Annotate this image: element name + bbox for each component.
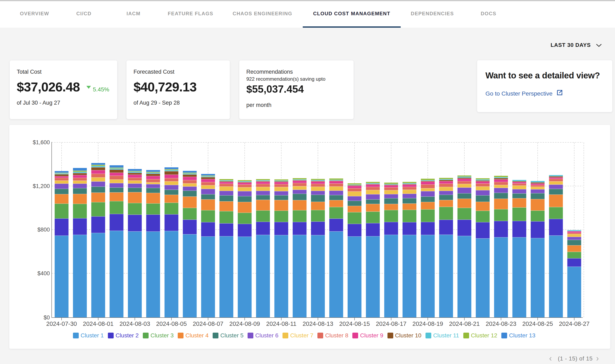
svg-text:2024-08-21: 2024-08-21 — [449, 320, 480, 327]
svg-text:2024-08-11: 2024-08-11 — [266, 320, 296, 327]
svg-text:$1,200: $1,200 — [33, 183, 50, 189]
svg-text:2024-08-17: 2024-08-17 — [376, 320, 406, 327]
svg-text:$1,600: $1,600 — [33, 139, 50, 145]
svg-text:2024-08-23: 2024-08-23 — [486, 320, 516, 327]
svg-text:2024-08-09: 2024-08-09 — [229, 320, 260, 327]
svg-text:$800: $800 — [37, 227, 50, 233]
svg-text:2024-08-13: 2024-08-13 — [303, 320, 333, 327]
svg-text:$400: $400 — [37, 270, 50, 276]
svg-text:2024-08-19: 2024-08-19 — [412, 320, 443, 327]
svg-text:2024-08-15: 2024-08-15 — [339, 320, 370, 327]
svg-text:2024-08-07: 2024-08-07 — [193, 320, 224, 327]
svg-text:2024-08-25: 2024-08-25 — [522, 320, 553, 327]
svg-text:2024-07-30: 2024-07-30 — [46, 320, 77, 327]
svg-text:2024-08-03: 2024-08-03 — [119, 320, 150, 327]
svg-text:2024-08-01: 2024-08-01 — [83, 320, 113, 327]
svg-text:2024-08-27: 2024-08-27 — [559, 320, 590, 327]
svg-text:$0: $0 — [44, 314, 50, 321]
svg-text:2024-08-05: 2024-08-05 — [156, 320, 187, 327]
